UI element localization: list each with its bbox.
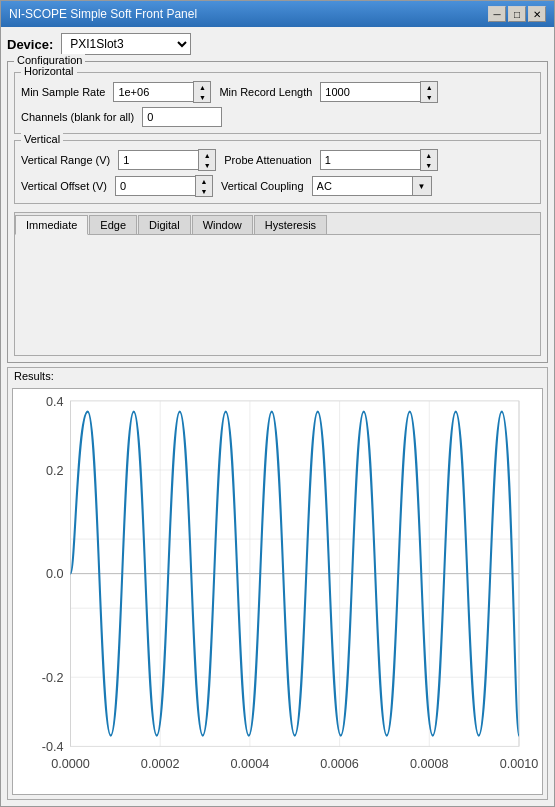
vertical-offset-buttons: ▲ ▼ xyxy=(195,175,213,197)
vertical-offset-label: Vertical Offset (V) xyxy=(21,180,107,192)
probe-attenuation-spinner: ▲ ▼ xyxy=(320,149,438,171)
vertical-range-spinner: ▲ ▼ xyxy=(118,149,216,171)
main-window: NI-SCOPE Simple Soft Front Panel ─ □ ✕ D… xyxy=(0,0,555,807)
tab-window[interactable]: Window xyxy=(192,215,253,234)
horizontal-title: Horizontal xyxy=(21,65,77,77)
probe-attenuation-down[interactable]: ▼ xyxy=(421,160,437,170)
horizontal-group: Horizontal Min Sample Rate ▲ ▼ Min Recor… xyxy=(14,72,541,134)
vertical-range-input[interactable] xyxy=(118,150,198,170)
min-sample-rate-up[interactable]: ▲ xyxy=(194,82,210,92)
vertical-coupling-label: Vertical Coupling xyxy=(221,180,304,192)
svg-text:0.0000: 0.0000 xyxy=(51,756,90,771)
vertical-row1: Vertical Range (V) ▲ ▼ Probe Attenuation… xyxy=(21,149,534,171)
restore-button[interactable]: □ xyxy=(508,6,526,22)
min-record-length-input[interactable] xyxy=(320,82,420,102)
probe-attenuation-label: Probe Attenuation xyxy=(224,154,311,166)
vertical-range-down[interactable]: ▼ xyxy=(199,160,215,170)
tab-edge[interactable]: Edge xyxy=(89,215,137,234)
results-section: Results: xyxy=(7,367,548,800)
trigger-section: Immediate Edge Digital Window Hysteresis xyxy=(14,212,541,356)
title-bar: NI-SCOPE Simple Soft Front Panel ─ □ ✕ xyxy=(1,1,554,27)
probe-attenuation-input[interactable] xyxy=(320,150,420,170)
min-record-length-spinner: ▲ ▼ xyxy=(320,81,438,103)
horizontal-row2: Channels (blank for all) xyxy=(21,107,534,127)
tab-immediate[interactable]: Immediate xyxy=(15,215,88,235)
svg-text:0.0004: 0.0004 xyxy=(231,756,270,771)
svg-text:0.0006: 0.0006 xyxy=(320,756,359,771)
min-sample-rate-spinner: ▲ ▼ xyxy=(113,81,211,103)
vertical-coupling-input[interactable] xyxy=(312,176,412,196)
svg-text:-0.4: -0.4 xyxy=(42,739,64,754)
min-sample-rate-input[interactable] xyxy=(113,82,193,102)
waveform-chart: 0.4 0.2 0.0 -0.2 -0.4 0.0000 0.0002 0.00… xyxy=(13,389,542,794)
svg-text:0.4: 0.4 xyxy=(46,393,64,408)
vertical-coupling-dropdown-group: ▼ xyxy=(312,176,432,196)
vertical-title: Vertical xyxy=(21,133,63,145)
device-select-group: PXI1Slot3 xyxy=(61,33,191,55)
svg-text:0.0: 0.0 xyxy=(46,566,64,581)
min-record-length-buttons: ▲ ▼ xyxy=(420,81,438,103)
probe-attenuation-up[interactable]: ▲ xyxy=(421,150,437,160)
vertical-range-up[interactable]: ▲ xyxy=(199,150,215,160)
svg-text:0.2: 0.2 xyxy=(46,463,64,478)
horizontal-row1: Min Sample Rate ▲ ▼ Min Record Length ▲ xyxy=(21,81,534,103)
vertical-range-label: Vertical Range (V) xyxy=(21,154,110,166)
chart-container: 0.4 0.2 0.0 -0.2 -0.4 0.0000 0.0002 0.00… xyxy=(12,388,543,795)
close-button[interactable]: ✕ xyxy=(528,6,546,22)
trigger-content xyxy=(15,235,540,355)
min-sample-rate-buttons: ▲ ▼ xyxy=(193,81,211,103)
vertical-group: Vertical Vertical Range (V) ▲ ▼ Probe At… xyxy=(14,140,541,204)
tab-hysteresis[interactable]: Hysteresis xyxy=(254,215,327,234)
probe-attenuation-buttons: ▲ ▼ xyxy=(420,149,438,171)
min-sample-rate-label: Min Sample Rate xyxy=(21,86,105,98)
minimize-button[interactable]: ─ xyxy=(488,6,506,22)
vertical-coupling-arrow[interactable]: ▼ xyxy=(412,176,432,196)
channels-input[interactable] xyxy=(142,107,222,127)
vertical-offset-down[interactable]: ▼ xyxy=(196,186,212,196)
chart-area: 0.4 0.2 0.0 -0.2 -0.4 0.0000 0.0002 0.00… xyxy=(8,384,547,799)
device-dropdown[interactable]: PXI1Slot3 xyxy=(61,33,191,55)
vertical-offset-up[interactable]: ▲ xyxy=(196,176,212,186)
vertical-offset-input[interactable] xyxy=(115,176,195,196)
svg-text:-0.2: -0.2 xyxy=(42,670,64,685)
channels-label: Channels (blank for all) xyxy=(21,111,134,123)
min-record-length-down[interactable]: ▼ xyxy=(421,92,437,102)
vertical-row2: Vertical Offset (V) ▲ ▼ Vertical Couplin… xyxy=(21,175,534,197)
vertical-offset-spinner: ▲ ▼ xyxy=(115,175,213,197)
device-label: Device: xyxy=(7,37,53,52)
tab-digital[interactable]: Digital xyxy=(138,215,191,234)
svg-text:0.0008: 0.0008 xyxy=(410,756,449,771)
svg-text:0.0010: 0.0010 xyxy=(500,756,539,771)
results-title: Results: xyxy=(8,368,547,384)
min-sample-rate-down[interactable]: ▼ xyxy=(194,92,210,102)
svg-text:0.0002: 0.0002 xyxy=(141,756,180,771)
vertical-range-buttons: ▲ ▼ xyxy=(198,149,216,171)
title-bar-buttons: ─ □ ✕ xyxy=(488,6,546,22)
device-row: Device: PXI1Slot3 xyxy=(7,33,548,55)
content-area: Device: PXI1Slot3 Configuration Horizont… xyxy=(1,27,554,806)
min-record-length-up[interactable]: ▲ xyxy=(421,82,437,92)
trigger-tabs: Immediate Edge Digital Window Hysteresis xyxy=(15,213,540,235)
window-title: NI-SCOPE Simple Soft Front Panel xyxy=(9,7,197,21)
min-record-length-label: Min Record Length xyxy=(219,86,312,98)
configuration-group: Configuration Horizontal Min Sample Rate… xyxy=(7,61,548,363)
